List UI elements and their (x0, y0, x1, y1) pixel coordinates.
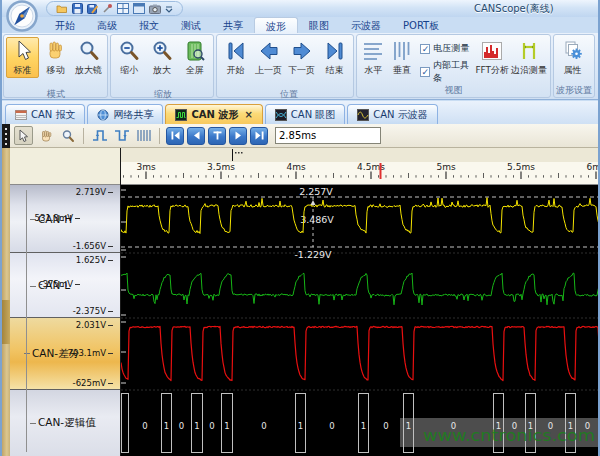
nav-next-button[interactable] (229, 127, 247, 145)
toolbar-cursor-button[interactable] (14, 126, 33, 145)
cursor-arrow-icon (17, 129, 30, 143)
save-as-icon[interactable] (87, 3, 98, 14)
toolbar-separator (83, 128, 84, 144)
nav-first-button[interactable] (166, 127, 184, 145)
vertical-lines-icon (390, 39, 414, 63)
ribbon-tab-waveform[interactable]: 波形 (254, 17, 298, 33)
nav-trigger-button[interactable] (208, 127, 226, 145)
svg-text:1: 1 (406, 421, 411, 431)
trigger-position-icon (212, 130, 223, 141)
channel-mid-value: -375mV (40, 279, 80, 289)
svg-text:3ms: 3ms (136, 162, 155, 172)
svg-text:1: 1 (361, 421, 366, 431)
ribbon-tab-advanced[interactable]: 高级 (86, 17, 128, 33)
falling-edge-button[interactable] (112, 126, 131, 145)
waveform-plot[interactable]: 0101010101010101010 2.257V 3.486V -1.229… (121, 185, 600, 456)
nav-last-icon (254, 130, 265, 141)
zoom-in-button[interactable]: 放大 (146, 37, 179, 78)
properties-button[interactable]: 属性 (556, 37, 589, 78)
fft-chart-icon (480, 39, 504, 63)
ribbon-tab-message[interactable]: 报文 (128, 17, 170, 33)
edge-measure-button[interactable]: 边沿测量 (510, 37, 548, 78)
can-message-icon (15, 109, 27, 121)
svg-text:5.5ms: 5.5ms (507, 162, 535, 172)
move-mode-button[interactable]: 移动 (39, 37, 72, 78)
fft-analysis-button[interactable]: FFT分析 (474, 37, 510, 78)
nav-prev-button[interactable] (187, 127, 205, 145)
scrollbar-thumb[interactable] (2, 300, 10, 344)
next-page-button[interactable]: 下一页 (285, 37, 318, 78)
app-logo-icon[interactable] (5, 0, 41, 33)
ribbon-tab-share[interactable]: 共享 (212, 17, 254, 33)
svg-text:1: 1 (298, 421, 303, 431)
view-checkboxes: ✓ 电压测量 ✓ 内部工具条 (416, 37, 474, 85)
full-screen-button[interactable]: 全屏 (178, 37, 211, 78)
layout-grid-icon[interactable] (117, 3, 129, 14)
internal-toolbar-checkbox[interactable]: ✓ 内部工具条 (420, 59, 470, 85)
save-icon[interactable] (72, 3, 83, 14)
open-folder-icon[interactable] (56, 3, 68, 14)
ribbon-tab-eye[interactable]: 眼图 (298, 17, 340, 33)
channel-tree-line (26, 190, 27, 452)
qat-dropdown-icon[interactable] (165, 4, 173, 13)
rising-edge-button[interactable] (90, 126, 109, 145)
time-position-input[interactable] (275, 127, 381, 144)
tab-can-message[interactable]: CAN 报文 (5, 104, 85, 124)
left-scrollbar-strip[interactable] (2, 148, 10, 456)
standard-mode-button[interactable]: 标准 (6, 37, 39, 78)
grid-bars-button[interactable] (134, 126, 153, 145)
channel-bottom-value: -625mV (73, 378, 113, 388)
document-tab-bar: CAN 报文 网络共享 CAN 波形 × CAN 眼图 CAN 示波器 (2, 101, 598, 124)
time-ruler[interactable]: 3ms3.5ms4ms4.5ms5ms5.5ms6ms (121, 148, 600, 185)
horizontal-lines-icon (361, 39, 385, 63)
svg-text:1: 1 (194, 421, 199, 431)
window-title: CANScope(离线) (474, 2, 554, 16)
svg-text:0: 0 (261, 421, 266, 431)
ribbon-tab-start[interactable]: 开始 (44, 17, 86, 33)
toolbar-zoom-button[interactable] (58, 126, 77, 145)
ribbon-tab-port[interactable]: PORT板 (392, 17, 450, 33)
zoom-out-button[interactable]: 缩小 (113, 37, 146, 78)
channel-bottom-value: -2.375V (73, 306, 113, 316)
voltage-measure-checkbox[interactable]: ✓ 电压测量 (420, 42, 470, 55)
go-start-button[interactable]: 开始 (219, 37, 252, 78)
toolbar-drag-handle[interactable] (2, 124, 10, 148)
tab-network-share[interactable]: 网络共享 (87, 104, 163, 124)
toolbar-pan-button[interactable] (36, 126, 55, 145)
scope-area: 3ms3.5ms4ms4.5ms5ms5.5ms6ms 010101010101… (120, 148, 600, 456)
go-end-button[interactable]: 结束 (318, 37, 351, 78)
waveform-toolbar (2, 124, 598, 148)
ribbon-group-view: 水平 垂直 ✓ 电压测量 ✓ 内部工具条 FFT分析 (356, 34, 551, 98)
snapshot-camera-icon[interactable] (149, 3, 161, 14)
svg-text:5ms: 5ms (436, 162, 455, 172)
horizontal-button[interactable]: 水平 (359, 37, 388, 78)
magnifier-mode-button[interactable]: 放大镜 (72, 37, 105, 78)
svg-text:0: 0 (383, 421, 388, 431)
cursor-arrow-icon (11, 39, 35, 63)
pin-icon[interactable] (102, 3, 113, 14)
prev-page-icon (257, 39, 281, 63)
svg-text:4ms: 4ms (286, 162, 305, 172)
svg-text:3.5ms: 3.5ms (207, 162, 235, 172)
tab-can-waveform[interactable]: CAN 波形 × (165, 104, 262, 124)
tab-can-oscilloscope[interactable]: CAN 示波器 (347, 104, 437, 124)
svg-text:1: 1 (224, 421, 229, 431)
sidebar-corner (10, 148, 120, 185)
can-waveform-icon (175, 109, 187, 121)
prev-page-button[interactable]: 上一页 (252, 37, 285, 78)
window-icon[interactable] (133, 3, 145, 14)
ribbon-tab-oscilloscope[interactable]: 示波器 (340, 17, 392, 33)
vertical-button[interactable]: 垂直 (388, 37, 417, 78)
nav-first-icon (170, 130, 181, 141)
close-tab-icon[interactable]: × (244, 109, 252, 120)
tab-can-eye[interactable]: CAN 眼图 (265, 104, 345, 124)
svg-text:0: 0 (209, 421, 214, 431)
nav-last-button[interactable] (250, 127, 268, 145)
ribbon-group-wave-settings: 属性 波形设置 (553, 34, 595, 98)
ribbon-tab-test[interactable]: 测试 (170, 17, 212, 33)
channel-top-value: 2.031V (76, 320, 113, 330)
measure-delta-label: 3.486V (300, 214, 334, 225)
go-end-icon (323, 39, 347, 63)
magnifier-icon (61, 129, 75, 143)
eye-diagram-icon (275, 109, 287, 121)
